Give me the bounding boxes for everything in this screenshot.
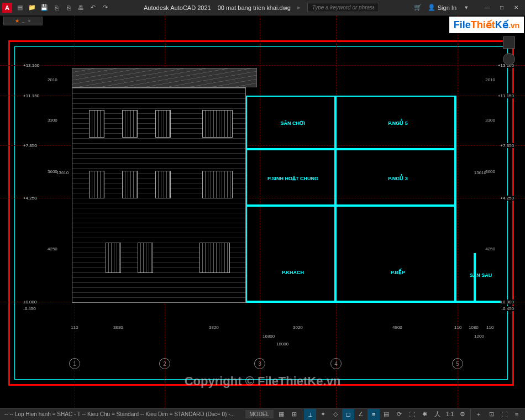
- dim-label: 4250: [485, 246, 495, 251]
- room-label-sanchoi: SÂN CHƠI: [280, 120, 305, 126]
- window: [138, 243, 153, 273]
- am-toggle-icon[interactable]: 人: [431, 409, 443, 420]
- custom-icon[interactable]: ≡: [511, 409, 523, 420]
- room-label-pkhach: P.KHÁCH: [282, 270, 304, 275]
- qat-saveall-icon[interactable]: ⎘: [63, 2, 74, 13]
- room-label-pbep: P.BẾP: [391, 270, 405, 275]
- grid-toggle-icon[interactable]: ▦: [275, 409, 287, 420]
- window: [155, 110, 171, 138]
- annotation-toggle-icon[interactable]: ⛶: [406, 409, 418, 420]
- grid-bubble-1: 1: [69, 358, 80, 369]
- elev-label: +11.150: [498, 93, 514, 98]
- cart-icon[interactable]: 🛒: [412, 2, 423, 13]
- dim-label: 4250: [48, 246, 57, 251]
- separator: [470, 409, 471, 420]
- dim-label: 3680: [113, 325, 123, 330]
- window: [202, 110, 233, 138]
- scale-label[interactable]: 1:1: [444, 411, 456, 417]
- otrack-toggle-icon[interactable]: ∠: [355, 409, 367, 420]
- fullscreen-icon[interactable]: ⛶: [498, 409, 510, 420]
- selection-cycling-icon[interactable]: ⟳: [393, 409, 405, 420]
- qat-new-icon[interactable]: ▤: [14, 2, 25, 13]
- section-outline: [246, 96, 456, 303]
- qat-open-icon[interactable]: 📁: [27, 2, 38, 13]
- signin-button[interactable]: 👤 Sign In: [428, 4, 456, 11]
- polar-toggle-icon[interactable]: ✦: [317, 409, 329, 420]
- dim-label: 2010: [485, 77, 495, 82]
- dim-label: 3820: [209, 325, 219, 330]
- dim-label: 4900: [392, 325, 402, 330]
- separator: [302, 409, 302, 420]
- copyright-watermark: Copyright © FileThietKe.vn: [185, 374, 341, 389]
- wall: [454, 96, 456, 303]
- drawing-canvas[interactable]: ★ ... × FileThiếtKế.vn: [0, 15, 525, 408]
- iso-toggle-icon[interactable]: ◇: [329, 409, 342, 420]
- dim-label: 13610: [474, 170, 486, 175]
- lineweight-toggle-icon[interactable]: ≡: [368, 409, 380, 420]
- dim-label: 2010: [48, 77, 57, 82]
- dim-label: 3300: [485, 118, 495, 123]
- grid-bubble-5: 5: [452, 358, 463, 369]
- grid-bubble-2: 2: [159, 358, 170, 369]
- window: [202, 171, 233, 198]
- grid-bubble-4: 4: [330, 358, 342, 369]
- help-icon[interactable]: ▾: [461, 2, 472, 13]
- search-input[interactable]: [307, 3, 379, 12]
- dim-label: 18000: [276, 342, 288, 347]
- room-label-sansau: SÂN SAU: [470, 272, 492, 278]
- dim-label: 110: [454, 325, 461, 330]
- room-label-shchung: P.SINH HOẠT CHUNG: [267, 176, 318, 181]
- window: [122, 110, 138, 138]
- window: [106, 243, 121, 273]
- transparency-toggle-icon[interactable]: ▤: [380, 409, 392, 420]
- minimize-button[interactable]: —: [481, 2, 494, 13]
- document-tab[interactable]: ★ ... ×: [3, 17, 43, 25]
- qat-redo-icon[interactable]: ↷: [99, 2, 111, 13]
- wall: [334, 96, 337, 303]
- signin-label: Sign In: [438, 4, 456, 11]
- elev-label: -0.450: [23, 306, 36, 311]
- dim-label: 3020: [293, 325, 303, 330]
- navcube[interactable]: [503, 36, 515, 49]
- doc-star-icon: ★: [15, 18, 19, 24]
- qat-plot-icon[interactable]: 🖶: [75, 2, 86, 13]
- app-name: Autodesk AutoCAD 2021: [144, 4, 211, 11]
- dim-label: 3600: [485, 169, 495, 174]
- zoom-out-icon[interactable]: +: [473, 409, 485, 420]
- dim-label: 16800: [262, 334, 275, 339]
- qat-saveas-icon[interactable]: ⎘: [51, 2, 62, 13]
- qat-undo-icon[interactable]: ↶: [87, 2, 98, 13]
- room-label-pngu5: P.NGỦ 5: [388, 120, 407, 126]
- dim-label: 110: [486, 325, 494, 330]
- floor-slab: [246, 148, 456, 150]
- dim-label: 1200: [474, 334, 484, 339]
- window: [122, 171, 138, 198]
- elev-label: +4.250: [500, 196, 514, 201]
- maximize-button[interactable]: □: [495, 2, 508, 13]
- dim-label: 110: [71, 325, 78, 330]
- dim-label: 13610: [56, 170, 69, 175]
- nav-wheel[interactable]: [503, 53, 515, 65]
- elev-label: ±0.000: [501, 300, 514, 305]
- watermark-logo: FileThiếtKế.vn: [449, 17, 524, 33]
- zoom-level-icon[interactable]: ⊡: [485, 409, 497, 420]
- doc-close-icon[interactable]: ×: [28, 18, 31, 24]
- ortho-toggle-icon[interactable]: ⟂: [304, 409, 316, 420]
- window: [89, 171, 104, 198]
- elev-label: +4.250: [23, 196, 37, 201]
- wall: [474, 253, 476, 303]
- window: [89, 110, 104, 138]
- customize-icon[interactable]: ⚙: [456, 409, 469, 420]
- app-logo[interactable]: A: [2, 3, 12, 13]
- osnap-toggle-icon[interactable]: □: [342, 409, 354, 420]
- room-label-pngu3: P.NGỦ 3: [388, 176, 407, 181]
- qat-save-icon[interactable]: 💾: [39, 2, 50, 13]
- modelspace-button[interactable]: MODEL: [245, 410, 274, 418]
- snap-toggle-icon[interactable]: ⊞: [288, 409, 300, 420]
- close-button[interactable]: ✕: [510, 2, 523, 13]
- user-icon: 👤: [428, 4, 435, 11]
- gridline-h1: [0, 65, 525, 66]
- grid-bubble-3: 3: [254, 358, 265, 369]
- elev-label: +7.850: [500, 143, 514, 148]
- ws-toggle-icon[interactable]: ✱: [418, 409, 431, 420]
